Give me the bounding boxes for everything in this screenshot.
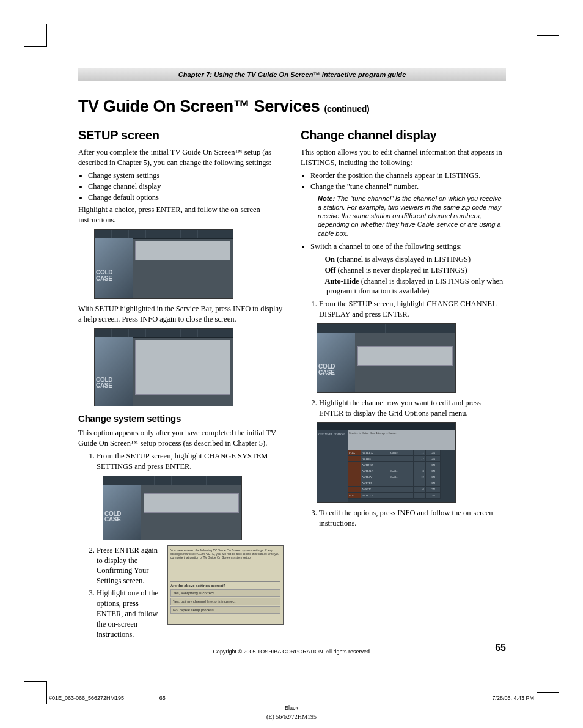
setup-heading: SETUP screen	[78, 127, 284, 144]
ss-label-cold-case: COLD CASE	[96, 377, 112, 389]
page-title: TV Guide On Screen™ Services (continued)	[78, 97, 506, 116]
step-item: Press ENTER again to display the Confirm…	[97, 545, 164, 587]
note-text: The "tune channel" is the channel on whi…	[318, 195, 502, 237]
bullet-item: Change channel display	[88, 182, 284, 192]
grid-row: WTLJVCable12ON	[348, 474, 455, 480]
grid-row: WSTV6ON	[348, 487, 455, 493]
grid-rows: FOXWTLFXCable11ONWTBS17ONWTDKJONWTLXACab…	[348, 450, 455, 502]
footer-black: Black	[49, 705, 534, 711]
screenshot-confirm-settings: You have entered the following TV Guide …	[167, 545, 284, 625]
screenshot-channel-editor: COLD CASE	[317, 323, 456, 393]
setup-info-text: With SETUP highlighted in the Service Ba…	[78, 304, 284, 325]
confirm-option: No, repeat setup process	[170, 606, 280, 614]
step-item: Highlight the channel row you want to ed…	[319, 398, 506, 419]
bullet-item: Reorder the position the channels appear…	[310, 171, 506, 181]
page-number: 65	[495, 642, 506, 653]
change-system-heading: Change system settings	[78, 413, 284, 425]
step-item: To edit the options, press INFO and foll…	[319, 508, 506, 529]
step-item: Highlight one of the options, press ENTE…	[97, 588, 164, 639]
change-channel-intro: This option allows you to edit channel i…	[301, 147, 506, 168]
bullet-item: Switch a channel to one of the following…	[310, 241, 506, 252]
copyright: Copyright © 2005 TOSHIBA CORPORATION. Al…	[78, 649, 506, 655]
grid-row: FOXWTLFXCable11ON	[348, 450, 455, 456]
dash-item: Off (channel is never displayed in LISTI…	[319, 265, 506, 276]
note-label: Note:	[318, 195, 335, 202]
step-item: From the SETUP screen, highlight CHANGE …	[319, 299, 506, 320]
screenshot-setup-main: COLD CASE	[94, 229, 233, 299]
switch-options: On (channel is always displayed in LISTI…	[319, 254, 506, 297]
bullet-item: Change the "tune channel" number.	[310, 182, 506, 192]
crop-mark-bl	[24, 681, 47, 704]
dash-item: Auto-Hide (channel is displayed in LISTI…	[319, 276, 506, 297]
setup-intro: After you complete the initial TV Guide …	[78, 147, 284, 168]
footer-model: (E) 56/62/72HM195	[49, 713, 534, 720]
title-continued: (continued)	[324, 104, 370, 114]
crop-mark-tr	[537, 24, 559, 46]
left-column: SETUP screen After you complete the init…	[78, 125, 284, 642]
ss-label-cold-case: COLD CASE	[96, 270, 112, 281]
grid-row: WTDKJON	[348, 462, 455, 468]
change-channel-steps-2: Highlight the channel row you want to ed…	[301, 398, 506, 419]
dash-item: On (channel is always displayed in LISTI…	[319, 254, 506, 265]
grid-row: WTTPJON	[348, 480, 455, 487]
footer-left: #01E_063-066_566272HM195 65	[49, 695, 166, 701]
screenshot-change-system: COLD CASE	[103, 476, 242, 540]
ss-label-cold-case: COLD CASE	[105, 511, 121, 523]
grid-row: WTBS17ON	[348, 456, 455, 462]
change-system-steps: From the SETUP screen, highlight CHANGE …	[78, 451, 284, 472]
bullet-item: Change system settings	[88, 171, 284, 181]
chapter-bar: Chapter 7: Using the TV Guide On Screen™…	[78, 68, 506, 81]
confirm-option: Yes, but my channel lineup is incorrect	[170, 598, 280, 605]
title-text: TV Guide On Screen™ Services	[78, 97, 324, 116]
setup-bullets: Change system settings Change channel di…	[78, 171, 284, 203]
change-system-steps-cont: Press ENTER again to display the Confirm…	[78, 545, 164, 640]
grid-row: FOXWTLXAON	[348, 493, 455, 499]
setup-instruction: Highlight a choice, press ENTER, and fol…	[78, 205, 284, 226]
crop-mark-tl	[24, 24, 47, 47]
screenshot-setup-info: COLD CASE	[94, 328, 233, 406]
change-channel-bullets: Reorder the position the channels appear…	[301, 171, 506, 192]
change-channel-bullets-2: Switch a channel to one of the following…	[301, 241, 506, 252]
crop-mark-br	[537, 682, 559, 704]
right-column: Change channel display This option allow…	[301, 125, 506, 642]
change-channel-steps: From the SETUP screen, highlight CHANGE …	[301, 299, 506, 320]
change-channel-steps-3: To edit the options, press INFO and foll…	[301, 508, 506, 529]
screenshot-grid-options: CHANNEL EDITOR Service is Cable Box. Lin…	[317, 422, 456, 503]
change-channel-heading: Change channel display	[301, 127, 506, 144]
grid-row: WTLXACable3ON	[348, 468, 455, 474]
confirm-option: Yes, everything is correct	[170, 589, 280, 597]
grid-header: Service is Cable Box. Lineup is Cable.	[348, 430, 455, 450]
confirm-question: Are the above settings correct?	[170, 581, 280, 588]
footer-right: 7/28/05, 4:43 PM	[492, 695, 534, 701]
ss-label-cold-case: COLD CASE	[318, 364, 335, 375]
bullet-item: Change default options	[88, 193, 284, 203]
step-item: From the SETUP screen, highlight CHANGE …	[97, 451, 284, 472]
change-system-intro: This option appears only after you have …	[78, 428, 284, 449]
note-tune-channel: Note: The "tune channel" is the channel …	[318, 194, 506, 238]
footer-meta: #01E_063-066_566272HM195 65 7/28/05, 4:4…	[49, 695, 534, 701]
